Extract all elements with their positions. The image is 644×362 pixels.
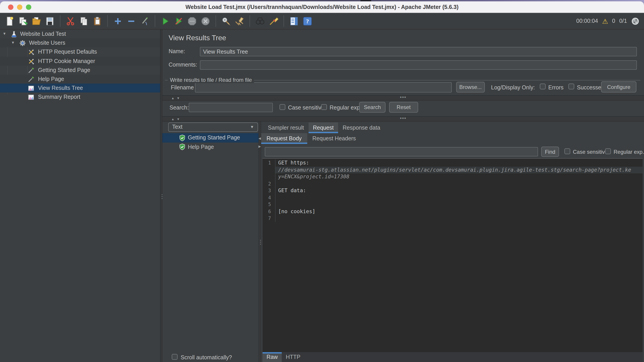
toolbar-separator	[284, 15, 284, 27]
comments-input[interactable]	[200, 60, 637, 70]
cut-icon[interactable]	[65, 16, 76, 26]
tab-response-data[interactable]: Response data	[338, 122, 384, 133]
splitter-collapse-right-icon[interactable]: ▶	[258, 145, 261, 148]
start-icon[interactable]	[160, 16, 170, 26]
search-input[interactable]	[189, 103, 273, 112]
add-icon[interactable]	[113, 16, 123, 26]
search-case-sensitive-label: Case sensitive	[288, 105, 324, 111]
tab-request-headers[interactable]: Request Headers	[307, 133, 361, 144]
tree-item-view-results-tree[interactable]: View Results Tree	[0, 84, 160, 92]
splitter-collapse-up-icon[interactable]: ▲	[171, 96, 174, 100]
tab-request[interactable]: Request	[308, 122, 338, 133]
toggle-icon[interactable]	[140, 16, 150, 26]
tab-http[interactable]: HTTP	[282, 352, 304, 362]
search-reset-icon[interactable]	[268, 16, 278, 26]
jmeter-window: Website Load Test.jmx (/Users/trannhaqua…	[0, 1, 644, 362]
find-regular-exp-checkbox[interactable]	[605, 148, 611, 154]
tab-sampler-result[interactable]: Sampler result	[264, 122, 308, 133]
listener-icon	[28, 94, 34, 100]
editor-row: 7	[262, 215, 643, 222]
log-warning-icon[interactable]: ⚠	[602, 18, 608, 24]
desktop: Website Load Test.jmx (/Users/trannhaqua…	[0, 0, 644, 362]
main-panel: View Results Tree Name: Comments: Write …	[162, 29, 644, 362]
find-input[interactable]	[265, 147, 538, 156]
open-file-icon[interactable]	[31, 16, 42, 26]
clear-icon[interactable]	[221, 16, 231, 26]
new-file-icon[interactable]	[4, 16, 15, 26]
configure-button[interactable]: Configure	[601, 81, 636, 92]
details-panel: Sampler result Request Response data Req…	[261, 122, 644, 362]
tab-raw[interactable]: Raw	[262, 352, 282, 362]
expand-arrow-icon[interactable]: ▼	[3, 29, 6, 38]
tab-request-body[interactable]: Request Body	[261, 133, 307, 144]
tree-item-http-cookie-manager[interactable]: HTTP Cookie Manager	[0, 57, 160, 66]
filename-input[interactable]	[195, 82, 452, 92]
paste-icon[interactable]	[92, 16, 102, 26]
toolbar-status: 00:00:04 ⚠ 0 0/1	[576, 17, 640, 25]
log-display-only-label: Log/Display Only:	[491, 84, 535, 91]
expand-arrow-icon[interactable]: ▼	[11, 38, 15, 47]
scroll-automatically-checkbox[interactable]	[172, 354, 178, 360]
tree-item-summary-report[interactable]: Summary Report	[0, 92, 160, 101]
result-item-help-page[interactable]: Help Page	[162, 142, 258, 151]
tree-item-getting-started-page[interactable]: Getting Started Page	[0, 66, 160, 75]
comments-label: Comments:	[168, 62, 197, 68]
tree-item-website-users[interactable]: ▼ Website Users	[0, 38, 160, 47]
remove-icon[interactable]	[126, 16, 136, 26]
editor-row: 5	[262, 201, 643, 208]
shield-check-icon	[179, 134, 186, 141]
titlebar[interactable]: Website Load Test.jmx (/Users/trannhaqua…	[0, 1, 644, 13]
errors-checkbox[interactable]	[540, 84, 546, 89]
search-regular-exp-label: Regular exp.	[330, 105, 361, 111]
search-button[interactable]: Search	[359, 102, 386, 113]
splitter-collapse-left-icon[interactable]: ◀	[258, 137, 261, 140]
successes-checkbox[interactable]	[568, 84, 574, 89]
name-input[interactable]	[200, 47, 637, 56]
config-element-icon	[28, 48, 34, 55]
dropdown-arrow-icon: ▼	[250, 123, 254, 131]
open-template-icon[interactable]	[18, 16, 28, 26]
save-icon[interactable]	[45, 16, 55, 26]
request-body-editor[interactable]: 1GET https: //devsamurai-stg.atlassian.n…	[262, 158, 643, 352]
filename-label: Filename	[171, 84, 194, 91]
warning-count: 0	[612, 18, 615, 24]
tree-item-http-request-defaults[interactable]: HTTP Request Defaults	[0, 47, 160, 56]
tree-main-splitter[interactable]: ⋮	[160, 29, 162, 362]
test-plan-tree: ▼ Website Load Test ▼ Website Users HTTP…	[0, 29, 160, 362]
lower-splitter[interactable]: ▲ ▼ •••	[162, 116, 644, 122]
tree-item-website-load-test[interactable]: ▼ Website Load Test	[0, 29, 160, 38]
function-helper-icon[interactable]	[289, 16, 299, 26]
view-mode-dropdown[interactable]: Text ▼	[168, 122, 258, 132]
file-group-title: Write results to file / Read from file	[168, 77, 254, 83]
splitter-grip-icon[interactable]: •••	[400, 115, 406, 121]
splitter-collapse-down-icon[interactable]: ▼	[177, 117, 180, 122]
start-no-timers-icon[interactable]	[174, 16, 184, 26]
shutdown-icon[interactable]	[200, 16, 211, 26]
results-details-splitter[interactable]: ◀ ▶ ⋮	[258, 122, 261, 362]
results-region: Text ▼ Getting Started Page Help Page	[162, 122, 644, 362]
errors-label: Errors	[548, 84, 564, 91]
reset-button[interactable]: Reset	[389, 102, 418, 113]
copy-icon[interactable]	[79, 16, 89, 26]
find-button[interactable]: Find	[541, 147, 559, 157]
search-case-sensitive-checkbox[interactable]	[280, 104, 285, 110]
splitter-collapse-up-icon[interactable]: ▲	[171, 117, 174, 122]
request-subtabs: Request Body Request Headers	[261, 133, 644, 144]
search-regular-exp-checkbox[interactable]	[321, 104, 327, 110]
toolbar-separator	[155, 15, 155, 27]
search-icon[interactable]	[255, 16, 265, 26]
editor-row: 1GET https:	[262, 160, 643, 166]
stop-icon[interactable]	[187, 16, 197, 26]
browse-button[interactable]: Browse...	[456, 82, 485, 92]
tree-item-help-page[interactable]: Help Page	[0, 75, 160, 84]
toolbar-separator	[60, 15, 60, 27]
result-item-getting-started-page[interactable]: Getting Started Page	[162, 133, 258, 142]
result-tabs: Sampler result Request Response data	[261, 122, 644, 133]
splitter-grip-icon[interactable]: •••	[400, 94, 406, 100]
upper-splitter[interactable]: ▲ ▼ •••	[162, 95, 644, 100]
find-case-sensitive-checkbox[interactable]	[564, 148, 570, 154]
clear-all-icon[interactable]	[234, 16, 245, 26]
help-icon[interactable]: ?	[302, 16, 312, 26]
toolbar-separator	[250, 15, 250, 27]
splitter-collapse-down-icon[interactable]: ▼	[177, 96, 180, 100]
